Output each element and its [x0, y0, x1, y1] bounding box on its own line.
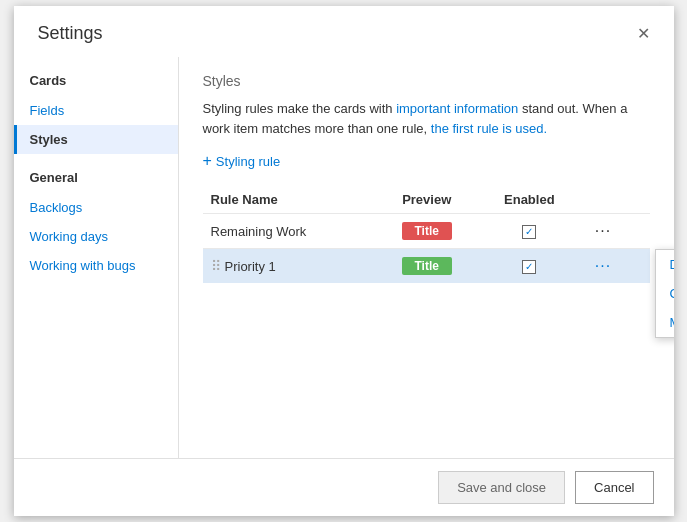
content-area: Styles Styling rules make the cards with…	[179, 57, 674, 458]
rule-name-priority1: Priority 1	[225, 259, 276, 274]
enabled-cell-remaining-work: ✓	[478, 214, 581, 249]
row-menu-button-remaining-work[interactable]: ···	[589, 220, 617, 242]
actions-cell-priority1: ··· Delete Clone Move up	[581, 249, 650, 284]
col-rule-name: Rule Name	[203, 186, 376, 214]
checkbox-remaining-work[interactable]: ✓	[522, 225, 536, 239]
table-row: Remaining Work Title ✓ ···	[203, 214, 650, 249]
enabled-cell-priority1: ✓	[478, 249, 581, 284]
context-menu-delete[interactable]: Delete	[656, 250, 674, 279]
content-title: Styles	[203, 73, 650, 89]
row-menu-button-priority1[interactable]: ···	[589, 255, 617, 277]
dialog-body: Cards Fields Styles General Backlogs Wor…	[14, 57, 674, 458]
context-menu-clone[interactable]: Clone	[656, 279, 674, 308]
context-menu: Delete Clone Move up	[655, 249, 674, 338]
rule-name-remaining-work: Remaining Work	[211, 224, 307, 239]
dialog-footer: Save and close Cancel	[14, 458, 674, 516]
sidebar-item-backlogs[interactable]: Backlogs	[14, 193, 178, 222]
description-text: Styling rules make the cards with import…	[203, 99, 650, 138]
preview-cell-priority1: Title	[376, 249, 478, 284]
sidebar-item-working-with-bugs[interactable]: Working with bugs	[14, 251, 178, 280]
col-preview: Preview	[376, 186, 478, 214]
add-styling-rule-button[interactable]: + Styling rule	[203, 152, 281, 170]
close-button[interactable]: ✕	[629, 20, 658, 47]
sidebar: Cards Fields Styles General Backlogs Wor…	[14, 57, 179, 458]
col-enabled: Enabled	[478, 186, 581, 214]
plus-icon: +	[203, 152, 212, 170]
sidebar-item-cards[interactable]: Cards	[14, 65, 178, 96]
rules-table: Rule Name Preview Enabled Remaining Work	[203, 186, 650, 283]
cancel-button[interactable]: Cancel	[575, 471, 653, 504]
dialog-header: Settings ✕	[14, 6, 674, 57]
context-menu-move-up[interactable]: Move up	[656, 308, 674, 337]
checkbox-priority1[interactable]: ✓	[522, 260, 536, 274]
drag-handle-icon: ⠿	[211, 258, 221, 274]
col-actions	[581, 186, 650, 214]
sidebar-item-working-days[interactable]: Working days	[14, 222, 178, 251]
save-and-close-button[interactable]: Save and close	[438, 471, 565, 504]
settings-dialog: Settings ✕ Cards Fields Styles General B…	[14, 6, 674, 516]
description-part1: Styling rules make the cards with import…	[203, 101, 628, 136]
preview-cell-remaining-work: Title	[376, 214, 478, 249]
sidebar-group-general[interactable]: General	[14, 162, 178, 193]
preview-badge-remaining-work: Title	[402, 222, 452, 240]
add-rule-label: Styling rule	[216, 154, 280, 169]
dialog-title: Settings	[38, 23, 103, 44]
actions-cell-remaining-work: ···	[581, 214, 650, 249]
table-row: ⠿ Priority 1 Title ✓ ···	[203, 249, 650, 284]
sidebar-item-styles[interactable]: Styles	[14, 125, 178, 154]
rule-name-cell: ⠿ Priority 1	[203, 249, 376, 284]
rule-name-cell: Remaining Work	[203, 214, 376, 249]
preview-badge-priority1: Title	[402, 257, 452, 275]
sidebar-item-fields[interactable]: Fields	[14, 96, 178, 125]
